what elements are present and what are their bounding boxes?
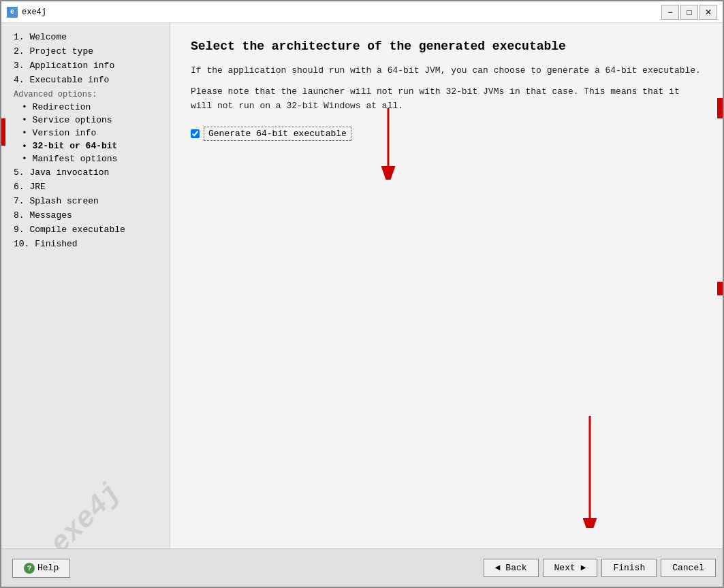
sidebar-watermark: exe4j bbox=[44, 476, 127, 549]
main-window: e exe4j − □ ✕ 1. Welcome 2. Project type… bbox=[0, 0, 724, 588]
description-1: If the application should run with a 64-… bbox=[191, 64, 702, 78]
finish-button[interactable]: Finish bbox=[601, 559, 657, 577]
description-2: Please note that the launcher will not r… bbox=[191, 85, 702, 114]
sidebar-item-jre[interactable]: 6. JRE bbox=[1, 180, 170, 194]
next-button[interactable]: Next ► bbox=[543, 559, 598, 577]
main-panel: Select the architecture of the generated… bbox=[170, 23, 723, 549]
window-controls: − □ ✕ bbox=[661, 5, 717, 20]
advanced-options-label: Advanced options: bbox=[1, 87, 170, 101]
red-bar-right bbox=[717, 98, 723, 118]
window-title: exe4j bbox=[22, 7, 661, 17]
checkbox-area: Generate 64-bit executable bbox=[191, 127, 702, 141]
bottom-bar: ? Help ◄ Back Next ► Finish Cancel bbox=[1, 549, 723, 587]
sidebar-item-java-invocation[interactable]: 5. Java invocation bbox=[1, 165, 170, 180]
right-edge-bar2 bbox=[717, 282, 723, 295]
content-area: 1. Welcome 2. Project type 3. Applicatio… bbox=[1, 23, 723, 549]
help-icon: ? bbox=[24, 563, 35, 574]
title-bar: e exe4j − □ ✕ bbox=[1, 1, 723, 23]
generate-64bit-label[interactable]: Generate 64-bit executable bbox=[204, 127, 351, 141]
sidebar-item-project-type[interactable]: 2. Project type bbox=[1, 44, 170, 59]
sidebar-sub-service-options[interactable]: • Service options bbox=[1, 114, 170, 127]
minimize-button[interactable]: − bbox=[661, 5, 679, 20]
sidebar-item-executable-info[interactable]: 4. Executable info bbox=[1, 73, 170, 87]
maximize-button[interactable]: □ bbox=[680, 5, 698, 20]
sidebar-sub-manifest-options[interactable]: • Manifest options bbox=[1, 152, 170, 165]
sidebar-sub-32-64-bit[interactable]: • 32-bit or 64-bit bbox=[1, 140, 170, 152]
help-button[interactable]: ? Help bbox=[12, 559, 70, 578]
arrow-down-icon bbox=[368, 105, 409, 180]
back-button[interactable]: ◄ Back bbox=[484, 559, 539, 577]
cancel-button[interactable]: Cancel bbox=[661, 559, 716, 577]
sidebar-item-messages[interactable]: 8. Messages bbox=[1, 208, 170, 223]
sidebar-item-welcome[interactable]: 1. Welcome bbox=[1, 30, 170, 44]
app-icon: e bbox=[7, 7, 18, 18]
red-bar-left bbox=[1, 118, 5, 146]
sidebar-item-application-info[interactable]: 3. Application info bbox=[1, 59, 170, 73]
sidebar-item-compile-executable[interactable]: 9. Compile executable bbox=[1, 223, 170, 237]
sidebar: 1. Welcome 2. Project type 3. Applicatio… bbox=[1, 23, 170, 549]
sidebar-sub-version-info[interactable]: • Version info bbox=[1, 127, 170, 140]
arrow-next-icon bbox=[552, 412, 607, 528]
sidebar-item-splash-screen[interactable]: 7. Splash screen bbox=[1, 194, 170, 208]
sidebar-item-finished[interactable]: 10. Finished bbox=[1, 237, 170, 251]
close-button[interactable]: ✕ bbox=[699, 5, 717, 20]
sidebar-sub-redirection[interactable]: • Redirection bbox=[1, 101, 170, 114]
generate-64bit-checkbox[interactable] bbox=[191, 129, 200, 138]
page-title: Select the architecture of the generated… bbox=[191, 39, 702, 53]
